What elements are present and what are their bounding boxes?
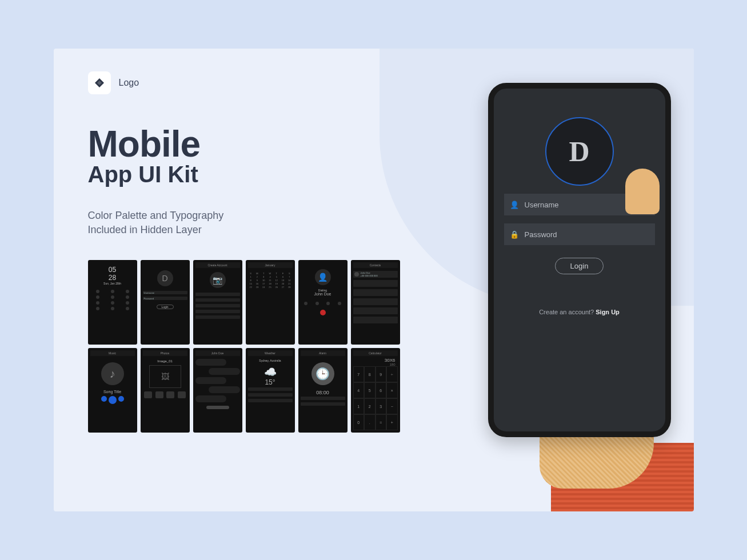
username-placeholder: Username [525,201,559,209]
brand-name: Logo [119,78,139,88]
mini-weather[interactable]: Weather Sydney, Australia ☁️ 15° [246,348,295,433]
mini-lockscreen[interactable]: 05 28 Sun, Jan 28th [88,260,137,345]
headline-line1: Mobile [88,123,201,165]
mini-dialing[interactable]: 👤 Dialing John Doe [298,260,347,345]
hand-thumb [625,169,660,214]
signup-link[interactable]: Sign Up [596,309,620,315]
headline: Mobile App UI Kit [88,123,201,187]
mini-music[interactable]: Music ♪ Song Title [88,348,137,433]
subtitle-line2: Included in Hidden Layer [88,223,224,237]
signup-row: Create an account? Sign Up [539,309,620,315]
promo-canvas: Logo Mobile App UI Kit Color Palette and… [54,49,694,511]
mini-calculator[interactable]: Calculator 30X6 180 789÷ 456× 123− 0.=+ [351,348,400,433]
password-field[interactable]: 🔒 Password [504,223,655,245]
subtitle-line1: Color Palette and Typography [88,209,224,223]
subtitle: Color Palette and Typography Included in… [88,209,224,237]
screens-grid: 05 28 Sun, Jan 28th D Username Password … [88,260,400,433]
mini-create-account[interactable]: Create Account 📷 [193,260,242,345]
mini-contacts[interactable]: Contacts John Doe+00 000 000 000 [351,260,400,345]
phone-mockup: D 👤 Username 🔒 Password Login Create an … [454,83,671,494]
brand-row: Logo [88,71,139,94]
mini-photos[interactable]: Photos Image_01 🖼 [141,348,190,433]
logo-icon [88,71,111,94]
mini-alarm[interactable]: Alarm 🕒 08:00 [298,348,347,433]
password-placeholder: Password [525,230,557,239]
mini-calendar[interactable]: January SMTWTFS 1234567 891011121314 151… [246,260,295,345]
signup-prompt: Create an account? [539,309,594,315]
mini-login[interactable]: D Username Password Login [141,260,190,345]
headline-line2: App UI Kit [88,162,201,187]
app-logo-icon: D [545,117,614,186]
mini-chat[interactable]: John Doe [193,348,242,433]
phone-frame: D 👤 Username 🔒 Password Login Create an … [488,83,671,437]
user-icon: 👤 [510,201,519,209]
login-button[interactable]: Login [555,258,604,274]
lock-icon: 🔒 [510,230,519,239]
